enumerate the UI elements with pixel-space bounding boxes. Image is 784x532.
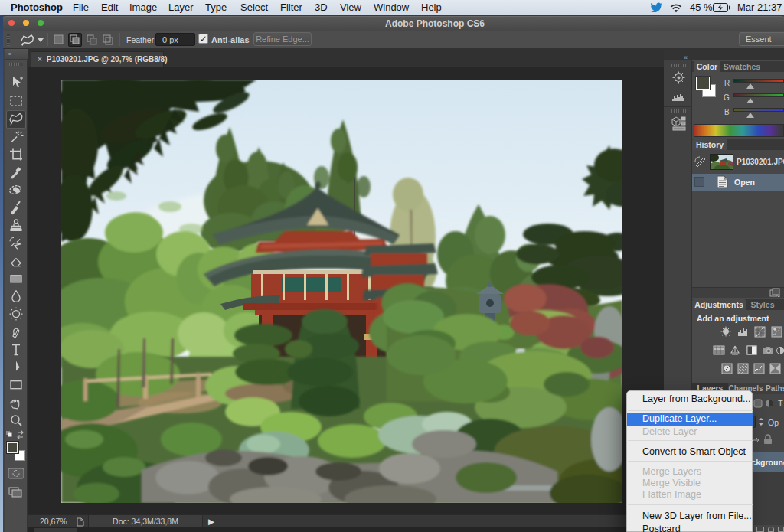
svg-text:T: T	[778, 399, 783, 408]
